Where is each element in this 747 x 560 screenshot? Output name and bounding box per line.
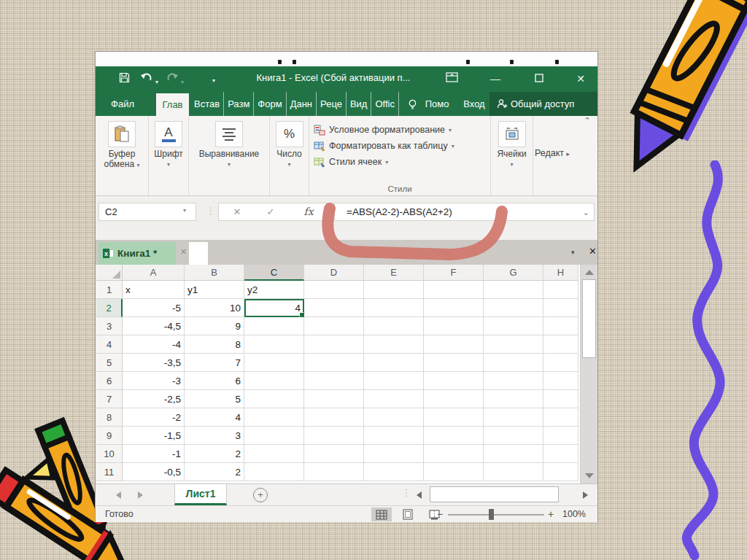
cell-B3[interactable]: 9 bbox=[185, 317, 244, 335]
cell-F9[interactable] bbox=[424, 427, 484, 445]
cell-F7[interactable] bbox=[424, 390, 484, 408]
align-icon[interactable] bbox=[215, 121, 243, 147]
cell-D7[interactable] bbox=[304, 390, 364, 408]
zoom-slider-track[interactable] bbox=[448, 514, 544, 516]
cell-F4[interactable] bbox=[424, 335, 484, 354]
cell-F3[interactable] bbox=[424, 317, 484, 335]
prev-sheet-arrow[interactable] bbox=[116, 491, 121, 499]
scroll-left-arrow[interactable] bbox=[417, 491, 422, 499]
cell-H5[interactable] bbox=[543, 354, 578, 372]
sheet-bar-splitter[interactable]: ⋮ bbox=[402, 488, 411, 498]
group-font[interactable]: А Шрифт ▾ bbox=[149, 116, 189, 195]
tab-tellme[interactable]: Помо bbox=[421, 92, 453, 116]
group-alignment[interactable]: Выравнивание ▾ bbox=[189, 116, 270, 195]
cell-F6[interactable] bbox=[424, 372, 484, 390]
cell-D1[interactable] bbox=[304, 281, 364, 299]
cell-D11[interactable] bbox=[304, 463, 364, 481]
cell-B9[interactable]: 3 bbox=[185, 427, 244, 445]
clipboard-caret[interactable]: ▾ bbox=[136, 162, 139, 168]
cell-B1[interactable]: y1 bbox=[185, 281, 244, 299]
row-header-4[interactable]: 4 bbox=[96, 335, 123, 354]
cell-B2[interactable]: 10 bbox=[185, 299, 244, 317]
tab-7[interactable]: Offic bbox=[371, 92, 399, 116]
maximize-button[interactable] bbox=[530, 71, 549, 86]
cell-E11[interactable] bbox=[364, 463, 424, 481]
cell-C2[interactable]: 4 bbox=[244, 299, 304, 317]
cell-A9[interactable]: -1,5 bbox=[123, 427, 185, 445]
cell-C11[interactable] bbox=[244, 463, 304, 481]
conditional-formatting-item[interactable]: Условное форматирование▾ bbox=[309, 122, 490, 138]
cell-E2[interactable] bbox=[364, 299, 424, 317]
cell-A5[interactable]: -3,5 bbox=[123, 354, 185, 372]
font-caret[interactable]: ▾ bbox=[149, 161, 188, 168]
qat-customize-caret[interactable]: ▾ bbox=[212, 74, 215, 88]
format-as-table-item[interactable]: Форматировать как таблицу▾ bbox=[309, 138, 490, 154]
cell-styles-item[interactable]: Стили ячеек▾ bbox=[309, 154, 490, 170]
new-sheet-button[interactable]: + bbox=[253, 488, 268, 502]
column-header-H[interactable]: H bbox=[543, 265, 578, 281]
cell-E5[interactable] bbox=[364, 354, 424, 372]
tab-strip-close-icon[interactable]: ✕ bbox=[589, 246, 597, 257]
cell-styles-item-caret[interactable]: ▾ bbox=[385, 159, 388, 166]
cell-C1[interactable]: y2 bbox=[244, 281, 304, 299]
tab-4[interactable]: Данн bbox=[287, 92, 317, 116]
cell-E3[interactable] bbox=[364, 317, 424, 335]
undo-dropdown-caret[interactable]: ▾ bbox=[155, 75, 158, 90]
cell-C5[interactable] bbox=[244, 354, 304, 372]
cell-B10[interactable]: 2 bbox=[185, 445, 244, 463]
cell-A8[interactable]: -2 bbox=[123, 408, 185, 427]
tab-3[interactable]: Форм bbox=[254, 92, 286, 116]
horizontal-scroll-thumb[interactable] bbox=[430, 486, 559, 502]
row-header-8[interactable]: 8 bbox=[96, 408, 123, 427]
share-button[interactable]: Общий доступ bbox=[489, 92, 597, 116]
cell-H6[interactable] bbox=[543, 372, 578, 390]
row-header-1[interactable]: 1 bbox=[96, 281, 123, 299]
cell-C6[interactable] bbox=[244, 372, 304, 390]
cell-B8[interactable]: 4 bbox=[185, 408, 244, 427]
column-header-F[interactable]: F bbox=[424, 265, 484, 281]
sheet-tab-active[interactable]: Лист1 bbox=[174, 484, 227, 505]
conditional-formatting-item-caret[interactable]: ▾ bbox=[449, 127, 452, 133]
cell-G3[interactable] bbox=[484, 317, 543, 335]
column-header-E[interactable]: E bbox=[364, 265, 424, 281]
cell-A1[interactable]: x bbox=[123, 281, 185, 299]
cell-E9[interactable] bbox=[364, 427, 424, 445]
row-header-11[interactable]: 11 bbox=[96, 463, 123, 481]
group-clipboard[interactable]: Буфер обмена ▾ bbox=[96, 116, 149, 195]
cell-C4[interactable] bbox=[244, 335, 304, 354]
formula-bar-splitter[interactable]: ⋮ bbox=[206, 206, 215, 216]
workbook-tab-close-icon[interactable]: ✕ bbox=[180, 247, 187, 257]
tab-2[interactable]: Разм bbox=[224, 92, 254, 116]
cell-G1[interactable] bbox=[484, 281, 543, 299]
cell-G8[interactable] bbox=[484, 408, 543, 427]
redo-icon[interactable] bbox=[166, 72, 178, 87]
paste-icon[interactable] bbox=[108, 121, 136, 147]
signin-button[interactable]: Вход bbox=[459, 92, 489, 116]
cell-G11[interactable] bbox=[484, 463, 543, 481]
column-header-C[interactable]: C bbox=[244, 265, 304, 281]
cell-C7[interactable] bbox=[244, 390, 304, 408]
select-all-corner[interactable] bbox=[96, 265, 123, 281]
cell-H1[interactable] bbox=[543, 281, 578, 299]
save-icon[interactable] bbox=[119, 72, 130, 87]
cell-E1[interactable] bbox=[364, 281, 424, 299]
row-header-9[interactable]: 9 bbox=[96, 427, 123, 445]
horizontal-scrollbar[interactable] bbox=[417, 486, 593, 503]
column-header-G[interactable]: G bbox=[484, 265, 543, 281]
cell-D5[interactable] bbox=[304, 354, 364, 372]
cell-C10[interactable] bbox=[244, 445, 304, 463]
cell-C9[interactable] bbox=[244, 427, 304, 445]
cell-D10[interactable] bbox=[304, 445, 364, 463]
zoom-in-button[interactable]: + bbox=[548, 508, 554, 520]
cell-F8[interactable] bbox=[424, 408, 484, 427]
column-header-D[interactable]: D bbox=[304, 265, 364, 281]
normal-view-icon[interactable] bbox=[371, 508, 392, 521]
tab-home-active[interactable]: Глав bbox=[156, 93, 189, 116]
name-box[interactable]: C2 bbox=[98, 203, 196, 221]
cell-D4[interactable] bbox=[304, 335, 364, 354]
cell-B11[interactable]: 2 bbox=[185, 463, 244, 481]
scroll-down-arrow[interactable] bbox=[585, 473, 594, 478]
ribbon-display-options-icon[interactable] bbox=[442, 71, 461, 86]
tab-strip-caret[interactable]: ▾ bbox=[571, 249, 575, 256]
column-header-A[interactable]: A bbox=[123, 265, 185, 281]
